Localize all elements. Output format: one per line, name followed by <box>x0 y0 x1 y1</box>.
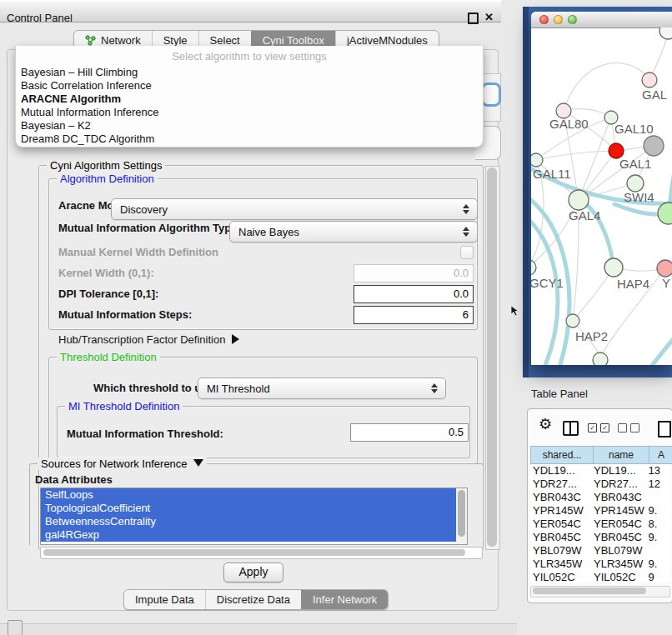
data-attributes-list[interactable]: SelfLoopsTopologicalCoefficientBetweenne… <box>40 488 468 545</box>
float-window-icon[interactable] <box>468 12 479 24</box>
settings-horizontal-scrollbar[interactable] <box>40 547 483 559</box>
network-window-titlebar[interactable] <box>531 12 672 28</box>
network-node-bottom-node[interactable] <box>593 352 608 365</box>
table-cell: YBR045C <box>530 531 591 544</box>
network-node-hap4[interactable] <box>604 258 623 277</box>
gear-icon[interactable]: ⚙ <box>539 417 552 432</box>
table-row[interactable]: YIL052CYIL052C9 <box>530 571 670 582</box>
bottom-tab-infer-network[interactable]: Infer Network <box>301 590 388 609</box>
mi-algorithm-type-label: Mutual Information Algorithm Type: <box>58 222 241 234</box>
network-node-gal1[interactable] <box>627 175 644 192</box>
network-node-swi4[interactable] <box>658 202 672 224</box>
which-threshold-value: MI Threshold <box>198 382 427 395</box>
hub-definition-toggle[interactable]: Hub/Transcription Factor Definition <box>58 333 239 346</box>
table-cell: YIL052C <box>530 571 591 582</box>
network-node-label-hap2: HAP2 <box>575 329 608 343</box>
sources-group-toggle[interactable]: Sources for Network Inference <box>38 458 207 470</box>
data-attributes-items: SelfLoopsTopologicalCoefficientBetweenne… <box>41 488 467 542</box>
network-node-y-node[interactable] <box>657 260 672 277</box>
network-node-top-partial[interactable] <box>659 28 672 39</box>
algorithm-option-mutual-information-inference[interactable]: Mutual Information Inference <box>21 106 471 119</box>
mi-algorithm-type-value: Naive Bayes <box>230 226 459 238</box>
network-node-gcy1[interactable] <box>531 260 536 275</box>
focused-button-fragment[interactable] <box>481 82 501 107</box>
mi-algorithm-type-combo[interactable]: Naive Bayes <box>229 221 478 242</box>
zoom-traffic-light[interactable] <box>568 15 577 24</box>
network-node-gray-node[interactable] <box>644 136 664 156</box>
attribute-item-gal4rgexp[interactable]: gal4RGexp <box>41 528 460 542</box>
aracne-mode-combo[interactable]: Discovery <box>111 198 478 220</box>
document-icon[interactable] <box>658 421 671 438</box>
table-cell: 13 <box>646 464 671 478</box>
network-node-gal11[interactable] <box>531 153 543 167</box>
dpi-tolerance-field[interactable]: 0.0 <box>354 285 474 303</box>
algorithm-option-bayesian-k2[interactable]: Bayesian – K2 <box>21 119 471 132</box>
columns-icon[interactable] <box>563 421 579 436</box>
bottom-tab-impute-data[interactable]: Impute Data <box>124 590 205 609</box>
table-row[interactable]: YBR043CYBR043C <box>530 491 670 504</box>
network-edge-thick <box>650 329 672 365</box>
desktop-edge <box>523 7 529 378</box>
table-row[interactable]: YBL079WYBL079W <box>530 544 670 558</box>
attribute-item-topologicalcoefficient[interactable]: TopologicalCoefficient <box>41 502 460 515</box>
panel-corner-button[interactable] <box>8 620 23 635</box>
table-cell: YER054C <box>530 518 591 531</box>
attribute-item-betweennesscentrality[interactable]: BetweennessCentrality <box>41 515 460 528</box>
network-node-gal[interactable] <box>642 72 657 88</box>
close-traffic-light[interactable] <box>539 15 549 24</box>
network-node-hap2[interactable] <box>566 314 579 328</box>
checked-pair-icon[interactable]: ✓✓ <box>588 423 609 432</box>
minimize-traffic-light[interactable] <box>554 15 563 24</box>
table-cell: YBL079W <box>591 544 645 558</box>
algorithm-option-basic-correlation-inference[interactable]: Basic Correlation Inference <box>21 79 471 92</box>
table-header: shared...nameA <box>530 446 672 464</box>
mi-threshold-field[interactable]: 0.5 <box>350 423 469 442</box>
aracne-mode-value: Discovery <box>112 203 459 216</box>
column-header-shared[interactable]: shared... <box>530 446 594 464</box>
table-row[interactable]: YDL19...YDL19...13 <box>530 464 670 478</box>
tab-select-label: Select <box>210 34 240 47</box>
unchecked-pair-icon[interactable] <box>618 423 639 432</box>
mi-steps-label: Mutual Information Steps: <box>58 308 192 321</box>
network-node-label-hap4: HAP4 <box>617 277 649 291</box>
table-cell: YDR27... <box>530 478 591 491</box>
mi-steps-field[interactable]: 6 <box>354 306 474 324</box>
table-row[interactable]: YDR27...YDR27...12 <box>530 478 670 491</box>
table-cell <box>646 491 671 504</box>
tab-cyni-toolbox-label: Cyni Toolbox <box>263 34 324 47</box>
settings-vertical-scrollbar[interactable] <box>485 166 500 550</box>
table-row[interactable]: YPR145WYPR145W9. <box>530 504 670 518</box>
table-cell: YBR043C <box>530 491 591 504</box>
manual-kernel-width-checkbox[interactable] <box>460 246 474 259</box>
table-cell <box>646 544 671 558</box>
algorithm-option-bayesian-hill-climbing[interactable]: Bayesian – Hill Climbing <box>21 66 471 79</box>
control-panel-titlebar: Control Panel ✕ <box>0 0 501 22</box>
attribute-item-selfloops[interactable]: SelfLoops <box>41 488 460 502</box>
bottom-tab-discretize-data[interactable]: Discretize Data <box>205 590 301 609</box>
which-threshold-combo[interactable]: MI Threshold <box>198 378 446 399</box>
network-window: GALGAL80GAL10GAL1GAL11GAL4SWI4YGCY1HAP4H… <box>531 12 672 365</box>
combo-arrows-icon <box>459 227 477 237</box>
network-canvas[interactable]: GALGAL80GAL10GAL1GAL11GAL4SWI4YGCY1HAP4H… <box>531 28 672 365</box>
close-icon[interactable]: ✕ <box>484 11 494 23</box>
column-header-name[interactable]: name <box>594 446 649 464</box>
table-row[interactable]: YLR345WYLR345W9. <box>530 558 670 571</box>
apply-button[interactable]: Apply <box>223 562 283 582</box>
combo-arrows-icon <box>427 383 445 393</box>
algorithm-option-dream8-dc-tdc-algorithm[interactable]: Dream8 DC_TDC Algorithm <box>21 132 471 146</box>
dpi-tolerance-label: DPI Tolerance [0,1]: <box>58 288 158 300</box>
attributes-scrollbar[interactable] <box>456 488 467 544</box>
table-cell: YDL19... <box>530 464 591 478</box>
algorithm-option-aracne-algorithm[interactable]: ARACNE Algorithm <box>21 92 471 106</box>
table-cell: YBR045C <box>591 531 645 544</box>
column-header-a[interactable]: A <box>649 446 672 464</box>
table-cell: YPR145W <box>591 504 645 518</box>
table-panel: ⚙ ✓✓ shared...nameA YDL19...YDL19...13YD… <box>527 408 672 603</box>
network-node-label-gal11: GAL11 <box>533 167 571 181</box>
table-row[interactable]: YER054CYER054C8. <box>530 518 670 531</box>
table-row[interactable]: YBR045CYBR045C9. <box>530 531 670 544</box>
table-horizontal-scrollbar[interactable] <box>530 586 670 598</box>
collapse-down-icon <box>193 459 203 467</box>
kernel-width-field[interactable]: 0.0 <box>354 264 474 282</box>
network-node-gal4[interactable] <box>569 190 589 210</box>
